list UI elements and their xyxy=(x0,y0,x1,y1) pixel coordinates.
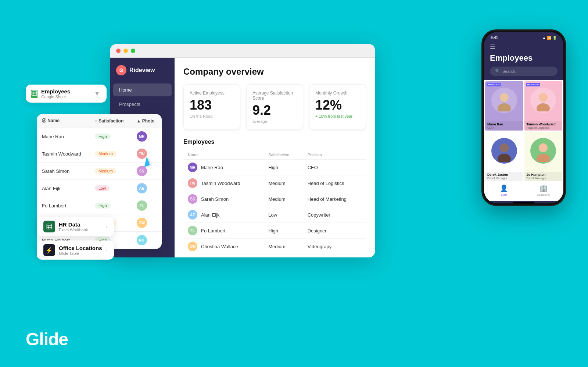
svg-point-10 xyxy=(539,93,548,102)
emp-name-3: AE Alan Eijk xyxy=(183,207,264,223)
ss-photo-6: RH xyxy=(132,232,162,249)
traffic-light-yellow[interactable] xyxy=(123,49,128,53)
window-chrome xyxy=(110,44,375,58)
emp-pos-5: Videograpy xyxy=(303,239,366,254)
stat-value-employees: 183 xyxy=(190,99,234,112)
emp-name-0: MR Marie Rao xyxy=(183,160,264,175)
stats-row: Active Employess 183 On the Road Average… xyxy=(183,84,366,130)
ss-photo-4: FL xyxy=(132,197,162,214)
col-photo: ▲ Photo xyxy=(132,114,162,128)
stat-value-satisfaction: 9.2 xyxy=(252,104,297,117)
emp-sat-6: High xyxy=(264,254,303,258)
phone-nav-locations-label: Locations xyxy=(537,193,550,196)
emp-pos-4: Designer xyxy=(303,223,366,239)
employees-chip-title: Employees xyxy=(41,88,70,95)
stat-sub-growth: + 10% from last year xyxy=(315,114,360,118)
mobile-phone: 9:41 ▲ 📶 🔋 ☰ Employees 🔍 Search... MANAG… xyxy=(481,29,566,206)
emp-name-2: SS Sarah Simon xyxy=(183,191,264,207)
phone-photo-derek xyxy=(485,132,523,170)
svg-point-14 xyxy=(539,143,548,152)
phone-info-jo: Jo Hampton Event Manager xyxy=(524,172,563,181)
phone-photo-marie xyxy=(485,81,523,120)
office-locations-title: Office Locations xyxy=(59,245,102,251)
phone-screen: 9:41 ▲ 📶 🔋 ☰ Employees 🔍 Search... MANAG… xyxy=(484,32,563,203)
hr-data-arrow: › xyxy=(106,224,108,229)
ss-sat-1: Medium xyxy=(90,145,132,163)
locations-icon: 🏢 xyxy=(539,184,548,192)
stat-label-growth: Montthly Growth xyxy=(315,90,360,96)
svg-rect-0 xyxy=(32,90,37,96)
phone-card-derek[interactable]: Derek Jaston Event Manager xyxy=(485,132,523,181)
ss-name-1: Tasmin Woodward xyxy=(37,145,90,163)
employee-row: CW Christina Wallace Medium Videograpy xyxy=(183,239,366,254)
section-title-employees: Employees xyxy=(183,139,366,145)
employee-row: SS Sarah Simon Medium Head of Marketing xyxy=(183,191,366,207)
emp-sat-5: Medium xyxy=(264,239,303,254)
emp-pos-6: Social Media xyxy=(303,254,366,258)
phone-card-tamsin[interactable]: MANAGER Tamsin Woodward Head of Logistic… xyxy=(524,81,563,131)
phone-home-indicator xyxy=(513,202,535,203)
phone-info-tamsin: Tamsin Woodward Head of Logistics xyxy=(524,121,563,131)
ss-photo-3: AE xyxy=(132,180,162,197)
employees-chip[interactable]: Employees Google Sheet ▼ xyxy=(26,85,107,103)
traffic-light-red[interactable] xyxy=(116,49,121,53)
office-locations-chip[interactable]: ⚡ Office Locations Glide Table › xyxy=(37,240,114,260)
emp-name-4: FL Fo Lambert xyxy=(183,223,264,239)
phone-menu-icon[interactable]: ☰ xyxy=(490,43,557,50)
svg-point-15 xyxy=(537,154,550,162)
ss-photo-5: CW xyxy=(132,214,162,232)
nav-item-home[interactable]: Home xyxy=(113,83,172,96)
phone-time: 9:41 xyxy=(491,36,498,40)
employee-row: FL Fo Lambert High Designer xyxy=(183,223,366,239)
office-locations-subtitle: Glide Table xyxy=(59,251,102,256)
ss-sat-4: High xyxy=(90,197,132,214)
left-panel: Employees Google Sheet ▼ xyxy=(26,85,107,103)
emp-sat-0: High xyxy=(264,160,303,175)
stat-sub-satisfaction: average xyxy=(252,119,297,124)
stat-label-satisfaction: Average Satisfaction Score xyxy=(252,90,297,101)
phone-photo-jo xyxy=(524,132,563,170)
emp-name-1: TW Tasmin Woodward xyxy=(183,175,264,191)
phone-nav-staff[interactable]: 👤 Staff xyxy=(484,184,524,196)
phone-card-jo[interactable]: Jo Hampton Event Manager xyxy=(524,132,563,181)
staff-icon: 👤 xyxy=(500,184,508,192)
nav-item-prospects[interactable]: Prospects xyxy=(113,98,172,111)
ss-photo-0: MR xyxy=(132,128,162,145)
stat-card-growth: Montthly Growth 12% + 10% from last year xyxy=(309,84,366,130)
emp-sat-4: High xyxy=(264,223,303,239)
phone-nav-locations[interactable]: 🏢 Locations xyxy=(524,184,563,196)
ss-name-2: Sarah Simon xyxy=(37,163,90,180)
phone-card-grid: MANAGER Marie Rao CEO MANAGER xyxy=(484,80,563,182)
phone-info-derek: Derek Jaston Event Manager xyxy=(485,172,523,181)
traffic-light-green[interactable] xyxy=(131,49,135,53)
th-name: Name xyxy=(183,150,264,160)
sidebar-brand: ⊙ Rideview xyxy=(110,65,175,83)
spreadsheet-row: Fo Lambert High FL xyxy=(37,197,162,214)
svg-point-9 xyxy=(498,103,511,111)
stat-card-satisfaction: Average Satisfaction Score 9.2 average xyxy=(246,84,303,130)
employees-chip-subtitle: Google Sheet xyxy=(41,95,70,99)
phone-nav-staff-label: Staff xyxy=(501,193,507,196)
employees-chip-caret: ▼ xyxy=(94,90,100,97)
employee-row: TW Tasmin Woodward Medium Head of Logist… xyxy=(183,175,366,191)
phone-search[interactable]: 🔍 Search... xyxy=(490,67,557,76)
ss-name-3: Alan Eijk xyxy=(37,180,90,197)
phone-bottom-nav: 👤 Staff 🏢 Locations xyxy=(484,182,563,201)
emp-sat-3: Low xyxy=(264,207,303,223)
col-satisfaction: ≡ Satisfaction xyxy=(90,114,132,128)
app-content: Company overview Active Employess 183 On… xyxy=(175,58,375,257)
stat-value-growth: 12% xyxy=(315,99,360,112)
ss-name-0: Marie Rao xyxy=(37,128,90,145)
emp-sat-1: Medium xyxy=(264,175,303,191)
emp-sat-2: Medium xyxy=(264,191,303,207)
hr-data-title: HR Data xyxy=(59,221,88,228)
search-icon: 🔍 xyxy=(495,69,500,74)
brand-name: Rideview xyxy=(129,67,155,74)
employees-table: Name Satisfaction Position MR Marie Rao … xyxy=(183,150,366,257)
th-satisfaction: Satisfaction xyxy=(264,150,303,160)
employee-row: RH Ryan Holbert High Social Media xyxy=(183,254,366,258)
stat-card-employees: Active Employess 183 On the Road xyxy=(183,84,240,130)
svg-point-8 xyxy=(500,93,509,102)
hr-data-chip[interactable]: HR Data Excel Workbook › xyxy=(37,217,114,236)
phone-card-marie[interactable]: MANAGER Marie Rao CEO xyxy=(485,81,523,131)
